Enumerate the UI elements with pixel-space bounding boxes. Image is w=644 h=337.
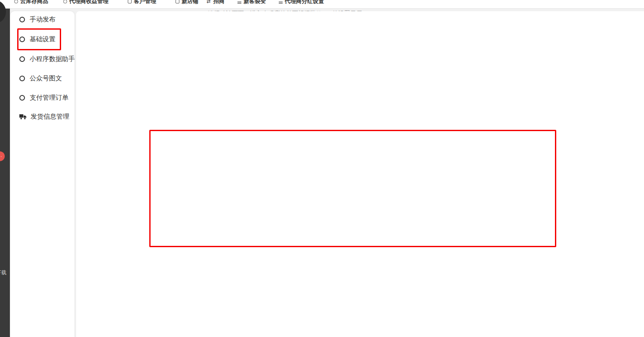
circle-icon xyxy=(19,76,25,81)
sidebar-item-payment-orders[interactable]: 支付管理订单 xyxy=(19,91,68,104)
list-icon xyxy=(237,0,241,3)
circle-icon xyxy=(19,17,25,22)
sidebar-item-label: 发货信息管理 xyxy=(31,113,69,121)
top-menu-bar: 云库存商品 代理商收益管理 客户管理 新店铺 ⇄招商 新客裂变 代理商分红设置 xyxy=(0,0,644,9)
topnav-label: 云库存商品 xyxy=(20,0,48,5)
sidebar-item-manual-publish[interactable]: 手动发布 xyxy=(19,13,55,26)
sidebar-item-label: 基础设置 xyxy=(30,35,55,43)
topnav-label: 客户管理 xyxy=(134,0,156,5)
topnav-item-agent-income[interactable]: 代理商收益管理 xyxy=(63,0,108,5)
left-dark-rail xyxy=(0,8,10,337)
circle-icon xyxy=(19,95,25,101)
swap-arrows-icon: ⇄ xyxy=(206,0,211,3)
sidebar-item-label: 手动发布 xyxy=(30,15,55,24)
topnav-item-new-shop[interactable]: 新店铺 xyxy=(176,0,198,5)
shop-icon xyxy=(176,0,179,3)
topnav-item-customer-mgmt[interactable]: 客户管理 xyxy=(128,0,156,5)
download-link[interactable]: 下载 xyxy=(0,269,6,276)
sidebar-item-label: 支付管理订单 xyxy=(30,94,68,102)
topnav-item-new-customer-fission[interactable]: 新客裂变 xyxy=(237,0,266,5)
circle-icon xyxy=(19,56,25,62)
topnav-item-cloud-stock[interactable]: 云库存商品 xyxy=(14,0,48,5)
card-icon xyxy=(128,0,132,3)
topnav-item-agent-dividend[interactable]: 代理商分红设置 xyxy=(279,0,324,5)
topnav-label: 新客裂变 xyxy=(243,0,266,5)
sidebar-item-shipping-info[interactable]: 发货信息管理 xyxy=(19,110,69,123)
sidebar-item-official-article[interactable]: 公众号图文 xyxy=(19,72,62,85)
topnav-label: 代理商收益管理 xyxy=(69,0,108,5)
circle-icon xyxy=(63,0,67,3)
circle-icon xyxy=(19,37,25,42)
sidebar-item-label: 公众号图文 xyxy=(30,74,62,83)
topnav-label: 代理商分红设置 xyxy=(285,0,324,5)
cloud-stock-icon xyxy=(14,0,18,3)
sidebar-item-basic-settings[interactable]: 基础设置 xyxy=(19,33,55,46)
settings-content-panel xyxy=(76,11,644,337)
sidebar-item-label: 小程序数据助手 xyxy=(30,55,75,63)
truck-icon xyxy=(19,114,27,119)
admin-settings-page: 云库存商品 代理商收益管理 客户管理 新店铺 ⇄招商 新客裂变 代理商分红设置 … xyxy=(0,0,644,337)
topnav-label: 新店铺 xyxy=(182,0,198,5)
list-icon xyxy=(279,0,283,3)
topnav-label: 招商 xyxy=(213,0,225,5)
sidebar-item-miniprogram-data[interactable]: 小程序数据助手 xyxy=(19,52,75,65)
topnav-item-investment[interactable]: ⇄招商 xyxy=(206,0,225,5)
